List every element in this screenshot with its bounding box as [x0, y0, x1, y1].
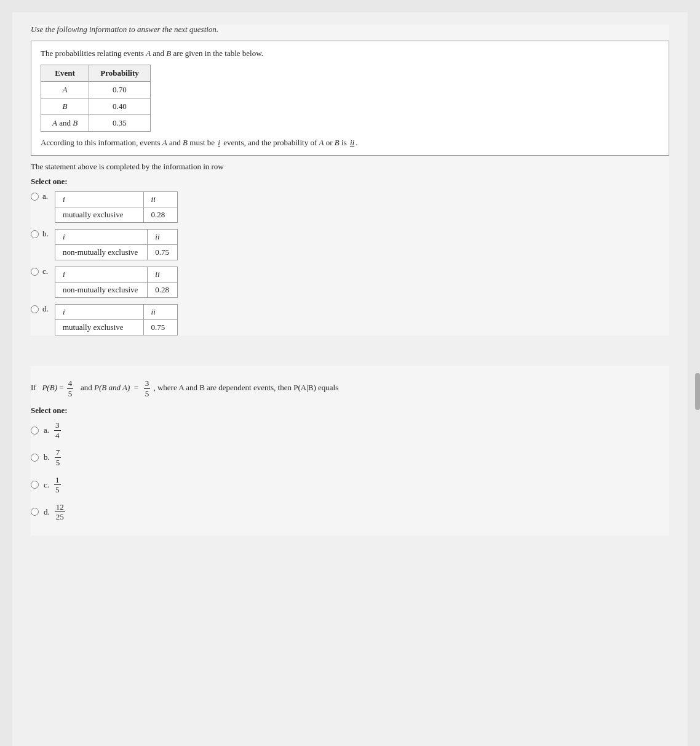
q2-option-d-radio[interactable] — [31, 508, 39, 516]
opt-d-col1-value: mutually exclusive — [55, 320, 144, 335]
option-a-radio[interactable] — [31, 193, 39, 201]
opt-c-col2-header: ii — [148, 267, 178, 283]
prob-a: 0.70 — [89, 82, 151, 98]
opt-c-col1-header: i — [55, 267, 148, 283]
q2-pb-fraction: 4 5 — [67, 379, 74, 398]
q2a-numerator: 3 — [54, 420, 61, 431]
q2a-denominator: 4 — [54, 431, 61, 441]
pba-denominator: 5 — [144, 389, 151, 399]
opt-a-col1-value: mutually exclusive — [55, 207, 144, 223]
q2-option-d-fraction: 12 25 — [55, 502, 65, 522]
q2-option-b-fraction: 7 5 — [55, 447, 62, 467]
intro-text: Use the following information to answer … — [31, 25, 669, 34]
option-a-table: i ii mutually exclusive 0.28 — [55, 191, 178, 223]
opt-b-col1-value: non-mutually exclusive — [55, 245, 148, 260]
q2-option-c-radio[interactable] — [31, 481, 39, 489]
option-b-row: b. i ii non-mutually exclusive 0.75 — [31, 229, 669, 260]
q2-suffix: , where A and B are dependent events, th… — [153, 383, 338, 392]
option-b-label: b. — [42, 229, 52, 239]
option-a-label: a. — [42, 191, 52, 201]
col-probability: Probability — [89, 65, 151, 82]
opt-d-col2-value: 0.75 — [143, 320, 177, 335]
opt-a-col2-value: 0.28 — [143, 207, 177, 223]
statement-text: According to this information, events A … — [41, 138, 659, 148]
option-c-label: c. — [42, 267, 52, 276]
option-b-table: i ii non-mutually exclusive 0.75 — [55, 229, 178, 260]
option-d-row: d. i ii mutually exclusive 0.75 — [31, 304, 669, 335]
question2-block: If P(B) = 4 5 and P(B and A) = 3 5 , whe… — [31, 366, 669, 535]
table-row: mutually exclusive 0.28 — [55, 207, 178, 223]
q2-option-a-label: a. — [44, 425, 49, 435]
opt-a-col2-header: ii — [143, 192, 177, 207]
select-one-label: Select one: — [31, 177, 669, 186]
q2-option-a-row: a. 3 4 — [31, 420, 669, 440]
q2-and-text: and P(B and A) — [81, 383, 130, 392]
col-event: Event — [41, 65, 89, 82]
question1-block: Use the following information to answer … — [31, 25, 669, 335]
question1-stem: The statement above is completed by the … — [31, 162, 669, 172]
q2-select-label: Select one: — [31, 406, 669, 415]
opt-c-col2-value: 0.28 — [148, 283, 178, 298]
q2d-denominator: 25 — [55, 512, 65, 522]
option-b-radio[interactable] — [31, 230, 39, 238]
table-row: non-mutually exclusive 0.28 — [55, 283, 178, 298]
q2-option-c-label: c. — [44, 480, 49, 490]
divider — [31, 354, 669, 366]
info-box-desc: The probabilities relating events A and … — [41, 49, 659, 58]
option-c-table: i ii non-mutually exclusive 0.28 — [55, 267, 178, 298]
scrollbar[interactable] — [695, 373, 700, 410]
opt-d-col1-header: i — [55, 305, 144, 320]
q2-option-c-row: c. 1 5 — [31, 475, 669, 495]
event-a: A — [41, 82, 89, 98]
option-c-row: c. i ii non-mutually exclusive 0.28 — [31, 267, 669, 298]
q2-option-b-radio[interactable] — [31, 454, 39, 462]
q2d-numerator: 12 — [55, 502, 65, 513]
option-c-radio[interactable] — [31, 268, 39, 276]
table-row: B 0.40 — [41, 98, 151, 115]
blank-ii: ii — [350, 138, 354, 147]
q2-option-b-label: b. — [44, 452, 50, 462]
option-d-label: d. — [42, 304, 52, 314]
opt-a-col1-header: i — [55, 192, 144, 207]
info-box: The probabilities relating events A and … — [31, 41, 669, 156]
q2c-numerator: 1 — [54, 475, 61, 486]
q2-option-d-row: d. 12 25 — [31, 502, 669, 522]
table-row: A and B 0.35 — [41, 115, 151, 132]
blank-i: i — [218, 138, 220, 147]
q2-prefix: If — [31, 383, 36, 392]
table-row: A 0.70 — [41, 82, 151, 98]
q2-option-c-fraction: 1 5 — [54, 475, 61, 495]
opt-b-col2-value: 0.75 — [148, 245, 178, 260]
q2-pb-label: P(B) = — [42, 383, 65, 392]
pb-denominator: 5 — [67, 389, 74, 399]
option-d-radio[interactable] — [31, 305, 39, 313]
event-ab: A and B — [41, 115, 89, 132]
opt-b-col2-header: ii — [148, 230, 178, 245]
pba-numerator: 3 — [144, 379, 151, 389]
q2b-numerator: 7 — [55, 447, 62, 458]
prob-b: 0.40 — [89, 98, 151, 115]
q2b-denominator: 5 — [55, 458, 62, 468]
q2-pba-fraction: 3 5 — [144, 379, 151, 398]
q2-option-b-row: b. 7 5 — [31, 447, 669, 467]
table-row: mutually exclusive 0.75 — [55, 320, 178, 335]
q2-option-a-fraction: 3 4 — [54, 420, 61, 440]
pb-numerator: 4 — [67, 379, 74, 389]
opt-b-col1-header: i — [55, 230, 148, 245]
opt-c-col1-value: non-mutually exclusive — [55, 283, 148, 298]
q2-option-d-label: d. — [44, 507, 50, 517]
event-b: B — [41, 98, 89, 115]
q2c-denominator: 5 — [54, 485, 61, 495]
prob-ab: 0.35 — [89, 115, 151, 132]
q2-options: a. 3 4 b. 7 5 c. 1 — [31, 420, 669, 522]
probability-table: Event Probability A 0.70 B 0.40 A and B — [41, 65, 151, 132]
q2-option-a-radio[interactable] — [31, 427, 39, 435]
page-container: Use the following information to answer … — [12, 12, 688, 746]
table-row: non-mutually exclusive 0.75 — [55, 245, 178, 260]
question2-stem: If P(B) = 4 5 and P(B and A) = 3 5 , whe… — [31, 379, 669, 398]
option-d-table: i ii mutually exclusive 0.75 — [55, 304, 178, 335]
opt-d-col2-header: ii — [143, 305, 177, 320]
option-a-row: a. i ii mutually exclusive 0.28 — [31, 191, 669, 223]
